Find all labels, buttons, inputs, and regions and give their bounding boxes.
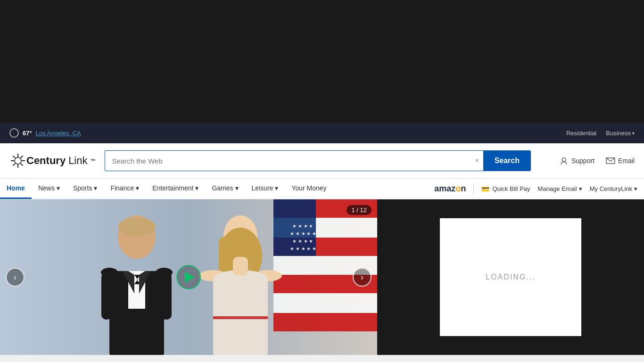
my-centurylink-link[interactable]: My CenturyLink ▾ — [590, 185, 637, 192]
svg-text:★ ★ ★ ★ ★: ★ ★ ★ ★ ★ — [290, 246, 316, 251]
nav-right: amazon 💳 Quick Bill Pay Manage Email ▾ M… — [428, 179, 644, 199]
nav-finance-chevron-icon: ▾ — [136, 184, 139, 192]
support-icon — [559, 156, 569, 165]
logo-brand: Century — [26, 155, 66, 167]
play-button[interactable] — [176, 265, 201, 289]
svg-point-8 — [15, 157, 21, 164]
nav-item-your-money[interactable]: Your Money — [285, 179, 333, 199]
business-link[interactable]: Business ▾ — [606, 130, 635, 137]
svg-line-6 — [21, 156, 23, 158]
right-ad-panel: LOADING... — [377, 199, 644, 355]
play-icon — [185, 272, 194, 283]
svg-text:★ ★ ★ ★: ★ ★ ★ ★ — [292, 239, 313, 244]
slide-counter: 1 / 12 — [347, 205, 372, 215]
nav-item-finance[interactable]: Finance ▾ — [104, 179, 146, 199]
svg-rect-37 — [213, 316, 268, 319]
utility-bar: 67° Los Angeles, CA Residential Business… — [0, 123, 644, 143]
centurylink-logo-icon — [9, 152, 26, 169]
amazon-logo[interactable]: amazon — [434, 184, 466, 194]
logo-tm: ™ — [90, 158, 95, 164]
logo-text: CenturyLink™ — [26, 155, 95, 167]
bill-pay-icon: 💳 — [481, 185, 489, 193]
nav-leisure-chevron-icon: ▾ — [275, 184, 278, 192]
weather-icon — [9, 128, 19, 138]
nav-divider — [473, 183, 474, 195]
svg-point-19 — [118, 217, 156, 236]
navigation-bar: Home News ▾ Sports ▾ Finance ▾ Entertain… — [0, 179, 644, 199]
nav-item-games[interactable]: Games ▾ — [205, 179, 245, 199]
email-link[interactable]: Email — [606, 156, 635, 165]
nav-news-chevron-icon: ▾ — [57, 184, 60, 192]
manage-email-link[interactable]: Manage Email ▾ — [538, 185, 582, 192]
nav-item-sports[interactable]: Sports ▾ — [66, 179, 104, 199]
manage-email-chevron-icon: ▾ — [579, 185, 582, 192]
svg-text:★ ★ ★ ★: ★ ★ ★ ★ — [292, 223, 313, 229]
nav-entertainment-chevron-icon: ▾ — [195, 184, 198, 192]
utility-right-links: Residential Business ▾ — [566, 130, 635, 137]
svg-line-5 — [21, 164, 23, 166]
business-chevron-icon: ▾ — [632, 131, 635, 136]
header-bar: CenturyLink™ × Search Support Ema — [0, 143, 644, 179]
svg-rect-27 — [101, 272, 112, 320]
ad-banner — [0, 0, 644, 123]
svg-rect-38 — [233, 257, 248, 276]
email-icon — [606, 156, 615, 165]
residential-link[interactable]: Residential — [566, 130, 596, 137]
search-button[interactable]: Search — [483, 150, 531, 171]
logo-area[interactable]: CenturyLink™ — [9, 152, 95, 169]
nav-item-entertainment[interactable]: Entertainment ▾ — [146, 179, 205, 199]
nav-item-leisure[interactable]: Leisure ▾ — [245, 179, 285, 199]
content-area: ★ ★ ★ ★ ★ ★ ★ ★ ★ ★ ★ ★ ★ ★ ★ ★ ★ ★ — [0, 199, 644, 355]
nav-item-news[interactable]: News ▾ — [32, 179, 66, 199]
temperature: 67° — [23, 130, 32, 137]
svg-text:★ ★ ★ ★ ★: ★ ★ ★ ★ ★ — [290, 231, 316, 236]
svg-line-4 — [13, 156, 15, 158]
logo-brand2: Link — [68, 155, 87, 167]
nav-left: Home News ▾ Sports ▾ Finance ▾ Entertain… — [0, 179, 428, 199]
search-bar-wrapper: × Search — [105, 150, 531, 171]
search-clear-button[interactable]: × — [471, 150, 483, 171]
weather-section: 67° Los Angeles, CA — [9, 128, 81, 138]
slideshow-area: ★ ★ ★ ★ ★ ★ ★ ★ ★ ★ ★ ★ ★ ★ ★ ★ ★ ★ — [0, 199, 377, 355]
my-centurylink-chevron-icon: ▾ — [634, 185, 637, 192]
loading-text: LOADING... — [486, 273, 535, 281]
next-slide-button[interactable]: › — [353, 268, 372, 287]
ad-loading-box: LOADING... — [440, 218, 581, 336]
location-link[interactable]: Los Angeles, CA — [36, 130, 81, 137]
search-input[interactable] — [105, 150, 486, 171]
nav-sports-chevron-icon: ▾ — [94, 184, 97, 192]
prev-slide-button[interactable]: ‹ — [6, 268, 25, 287]
svg-rect-28 — [161, 272, 172, 320]
quick-bill-pay-link[interactable]: 💳 Quick Bill Pay — [481, 185, 530, 193]
nav-games-chevron-icon: ▾ — [235, 184, 239, 192]
nav-item-home[interactable]: Home — [0, 179, 32, 199]
header-right: Support Email — [540, 156, 635, 165]
svg-line-7 — [13, 164, 15, 166]
svg-point-9 — [562, 158, 566, 162]
support-link[interactable]: Support — [559, 156, 594, 165]
